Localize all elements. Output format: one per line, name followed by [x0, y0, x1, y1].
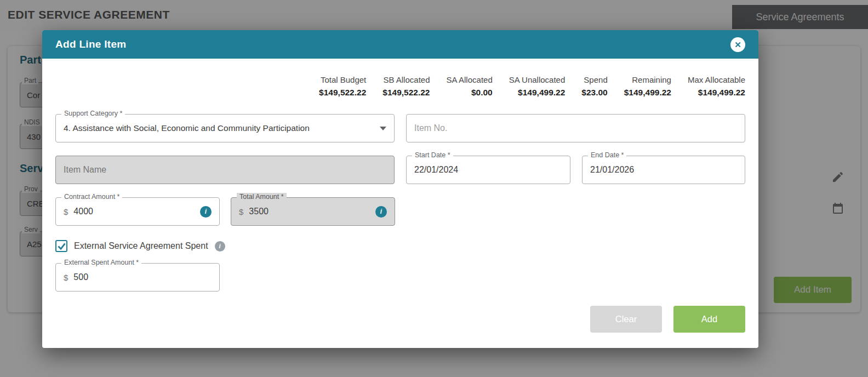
close-icon: ✕ [734, 41, 741, 49]
summary-remaining: Remaining $149,499.22 [624, 75, 671, 98]
end-date-input[interactable] [590, 165, 737, 175]
currency-symbol: $ [64, 273, 68, 282]
external-spent-amount-field: External Spent Amount * $ [55, 263, 220, 292]
support-category-value: 4. Assistance with Social, Economic and … [64, 123, 310, 133]
modal-body: Total Budget $149,522.22 SB Allocated $1… [42, 75, 758, 333]
support-category-label: Support Category * [61, 110, 125, 117]
summary-max-allocatable: Max Allocatable $149,499.22 [688, 75, 745, 98]
item-no-field [406, 114, 745, 142]
contract-amount-label: Contract Amount * [61, 193, 122, 201]
screen: EDIT SERVICE AGREEMENT Service Agreement… [0, 0, 868, 377]
info-icon: i [375, 206, 387, 218]
info-icon: i [215, 241, 225, 252]
end-date-label: End Date * [588, 151, 626, 159]
currency-symbol: $ [239, 207, 243, 216]
end-date-field: End Date * [582, 156, 745, 184]
contract-amount-field: Contract Amount * $ i [55, 197, 220, 226]
clear-button[interactable]: Clear [590, 306, 662, 333]
check-icon [58, 243, 66, 250]
contract-amount-input[interactable] [73, 207, 200, 216]
close-button[interactable]: ✕ [730, 37, 745, 52]
start-date-input[interactable] [414, 165, 562, 175]
external-spent-checkbox[interactable] [55, 240, 67, 252]
total-amount-field: Total Amount * $ i [231, 197, 395, 226]
currency-symbol: $ [64, 207, 68, 216]
summary-sb-allocated: SB Allocated $149,522.22 [382, 75, 430, 98]
total-amount-input [249, 207, 375, 216]
modal-header: Add Line Item ✕ [42, 30, 758, 59]
start-date-label: Start Date * [412, 151, 453, 159]
info-icon: i [200, 206, 212, 218]
start-date-field: Start Date * [406, 156, 570, 184]
total-amount-label: Total Amount * [237, 193, 287, 201]
modal-title: Add Line Item [55, 38, 127, 50]
summary-sa-unallocated: SA Unallocated $149,499.22 [509, 75, 566, 98]
add-line-item-modal: Add Line Item ✕ Total Budget $149,522.22… [42, 30, 758, 348]
external-spent-amount-label: External Spent Amount * [61, 259, 141, 266]
chevron-down-icon [380, 127, 386, 130]
support-category-select[interactable]: Support Category * 4. Assistance with So… [55, 114, 395, 142]
item-no-input[interactable] [414, 123, 737, 133]
budget-summary: Total Budget $149,522.22 SB Allocated $1… [55, 75, 745, 98]
summary-total-budget: Total Budget $149,522.22 [319, 75, 366, 98]
item-name-input [64, 165, 386, 175]
summary-spend: Spend $23.00 [581, 75, 607, 98]
external-spent-amount-input[interactable] [73, 272, 212, 282]
add-button[interactable]: Add [673, 306, 745, 333]
item-name-field [55, 156, 395, 184]
external-spent-checkbox-label: External Service Agreement Spent [74, 241, 208, 251]
summary-sa-allocated: SA Allocated $0.00 [447, 75, 493, 98]
